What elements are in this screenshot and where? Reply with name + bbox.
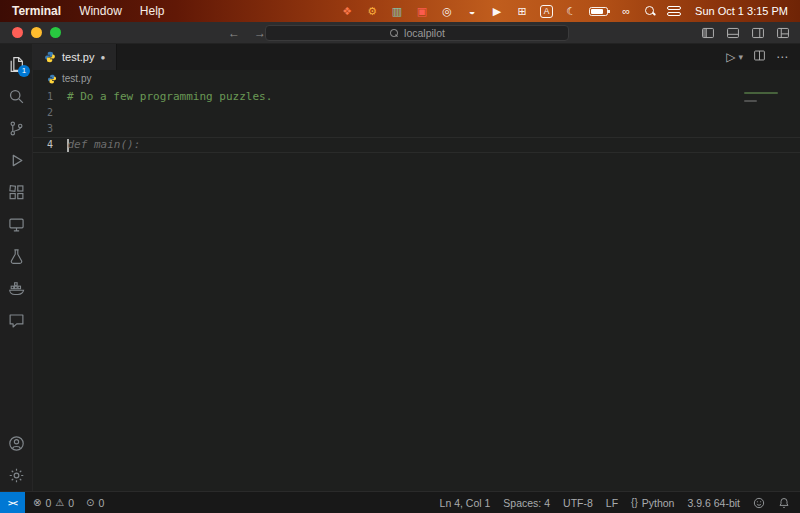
encoding-status[interactable]: UTF-8 xyxy=(563,497,593,509)
code-line-3[interactable]: 3 xyxy=(33,121,800,137)
python-interpreter[interactable]: 3.9.6 64-bit xyxy=(687,497,740,509)
code-line-4-current[interactable]: 4 def main(): xyxy=(33,137,800,153)
inline-suggestion-ghost-text: def main(): xyxy=(68,138,141,151)
code-text xyxy=(63,121,67,137)
error-icon: ⊗ xyxy=(33,497,41,508)
menubar-app-icon-1[interactable]: ❖ xyxy=(340,4,354,18)
menu-bar-clock[interactable]: Sun Oct 1 3:15 PM xyxy=(695,5,788,17)
line-number[interactable]: 3 xyxy=(33,121,63,137)
menubar-gear-icon[interactable]: ⚙ xyxy=(365,4,379,18)
source-control-icon[interactable] xyxy=(6,118,26,138)
minimap-mark xyxy=(744,100,757,102)
language-label: Python xyxy=(642,497,675,509)
extensions-icon[interactable] xyxy=(6,182,26,202)
menu-terminal[interactable]: Terminal xyxy=(12,4,61,18)
minimap[interactable] xyxy=(738,87,800,491)
toggle-panel-icon[interactable] xyxy=(726,26,740,40)
window-close-button[interactable] xyxy=(12,27,23,38)
menu-help[interactable]: Help xyxy=(140,4,165,18)
macos-menu-bar: Terminal Window Help ❖ ⚙ ▥ ▣ ◎ ◒ ▶ ⊞ A ☾… xyxy=(0,0,800,22)
window-zoom-button[interactable] xyxy=(50,27,61,38)
split-editor-icon[interactable] xyxy=(753,49,766,65)
menu-bar-menus: Terminal Window Help xyxy=(12,4,165,18)
menubar-app-icon-2[interactable]: ▥ xyxy=(390,4,404,18)
tab-bar: test.py ● ▷ ▾ ⋯ xyxy=(33,44,800,70)
run-debug-icon[interactable] xyxy=(6,150,26,170)
minimap-mark xyxy=(744,92,778,94)
editor-actions: ▷ ▾ ⋯ xyxy=(726,44,800,70)
menubar-play-icon[interactable]: ▶ xyxy=(490,4,504,18)
focus-moon-icon[interactable]: ☾ xyxy=(564,4,578,18)
testing-beaker-icon[interactable] xyxy=(6,246,26,266)
notifications-bell-icon[interactable] xyxy=(778,497,790,509)
window-controls xyxy=(12,27,61,38)
command-center-search[interactable]: localpilot xyxy=(265,25,569,41)
spotlight-search-icon[interactable] xyxy=(644,5,656,17)
customize-layout-icon[interactable] xyxy=(776,26,790,40)
ports-status[interactable]: ⊙ 0 xyxy=(86,497,104,509)
eol-status[interactable]: LF xyxy=(606,497,618,509)
settings-gear-icon[interactable] xyxy=(6,465,26,485)
window-minimize-button[interactable] xyxy=(31,27,42,38)
run-dropdown-chevron-icon[interactable]: ▾ xyxy=(738,52,743,62)
code-editor[interactable]: 1 # Do a few programming puzzles. 2 3 4 … xyxy=(33,87,800,491)
search-sidebar-icon[interactable] xyxy=(6,86,26,106)
problems-status[interactable]: ⊗ 0 ⚠ 0 xyxy=(33,497,74,509)
code-text-comment: # Do a few programming puzzles. xyxy=(63,89,272,105)
tab-modified-dot[interactable]: ● xyxy=(100,53,105,62)
activity-bar: 1 xyxy=(0,44,33,491)
code-line-2[interactable]: 2 xyxy=(33,105,800,121)
status-bar: >< ⊗ 0 ⚠ 0 ⊙ 0 Ln 4, Col 1 Spaces: 4 UTF… xyxy=(0,491,800,513)
main-area: 1 xyxy=(0,44,800,491)
menu-bar-status-area: ❖ ⚙ ▥ ▣ ◎ ◒ ▶ ⊞ A ☾ ∞ Sun Oct 1 3:15 PM xyxy=(340,4,788,18)
control-center-icon[interactable] xyxy=(667,6,681,17)
accounts-icon[interactable] xyxy=(6,433,26,453)
menubar-app-icon-4[interactable]: ∞ xyxy=(619,4,633,18)
comments-icon[interactable] xyxy=(6,310,26,330)
toggle-sidebar-icon[interactable] xyxy=(701,26,715,40)
command-center-text: localpilot xyxy=(404,27,445,39)
feedback-smiley-icon[interactable] xyxy=(753,497,765,509)
vscode-title-bar: ← → localpilot xyxy=(0,22,800,44)
language-mode[interactable]: {} Python xyxy=(631,497,674,509)
code-line-1[interactable]: 1 # Do a few programming puzzles. xyxy=(33,89,800,105)
docker-icon[interactable] xyxy=(6,278,26,298)
code-text xyxy=(63,105,67,121)
warning-count: 0 xyxy=(68,497,74,509)
line-number[interactable]: 4 xyxy=(33,137,63,153)
menubar-app-icon-3[interactable]: ▣ xyxy=(415,4,429,18)
broadcast-count: 0 xyxy=(98,497,104,509)
breadcrumb-file[interactable]: test.py xyxy=(62,73,91,84)
tab-label: test.py xyxy=(62,51,94,63)
indentation-status[interactable]: Spaces: 4 xyxy=(503,497,550,509)
breadcrumb[interactable]: test.py xyxy=(33,70,800,87)
tab-test-py[interactable]: test.py ● xyxy=(33,44,117,70)
explorer-badge: 1 xyxy=(18,65,30,77)
keyboard-layout-icon[interactable]: A xyxy=(540,5,553,18)
warning-icon: ⚠ xyxy=(55,497,64,508)
remote-explorer-icon[interactable] xyxy=(6,214,26,234)
battery-icon[interactable] xyxy=(589,7,608,16)
more-actions-icon[interactable]: ⋯ xyxy=(776,50,788,64)
braces-icon: {} xyxy=(631,497,638,508)
menubar-grid-icon[interactable]: ⊞ xyxy=(515,4,529,18)
line-number[interactable]: 2 xyxy=(33,105,63,121)
code-text: def main(): xyxy=(63,137,140,153)
python-file-icon xyxy=(47,74,57,84)
python-file-icon xyxy=(44,51,56,63)
cursor-position[interactable]: Ln 4, Col 1 xyxy=(440,497,491,509)
remote-indicator[interactable]: >< xyxy=(0,492,25,513)
search-icon xyxy=(389,28,399,38)
toggle-secondary-sidebar-icon[interactable] xyxy=(751,26,765,40)
broadcast-icon: ⊙ xyxy=(86,497,94,508)
explorer-icon[interactable]: 1 xyxy=(6,54,26,74)
line-number[interactable]: 1 xyxy=(33,89,63,105)
run-python-file-button[interactable]: ▷ xyxy=(726,50,735,64)
menubar-record-icon[interactable]: ◎ xyxy=(440,4,454,18)
menu-window[interactable]: Window xyxy=(79,4,122,18)
editor-group: test.py ● ▷ ▾ ⋯ test.py xyxy=(33,44,800,491)
error-count: 0 xyxy=(45,497,51,509)
menubar-users-icon[interactable]: ◒ xyxy=(465,4,479,18)
nav-back-icon[interactable]: ← xyxy=(228,26,240,40)
